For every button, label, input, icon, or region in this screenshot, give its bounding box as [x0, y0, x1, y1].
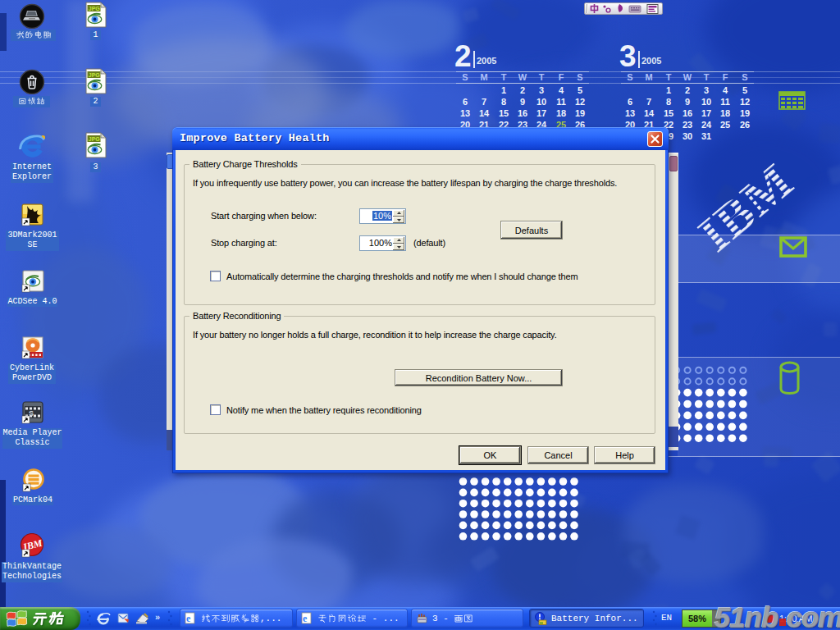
svg-text:e: e: [303, 613, 308, 624]
svg-text:JPG: JPG: [89, 6, 101, 11]
svg-text:e: e: [186, 613, 191, 624]
svg-text:JPG: JPG: [89, 72, 101, 78]
svg-text:JPG: JPG: [89, 136, 101, 142]
